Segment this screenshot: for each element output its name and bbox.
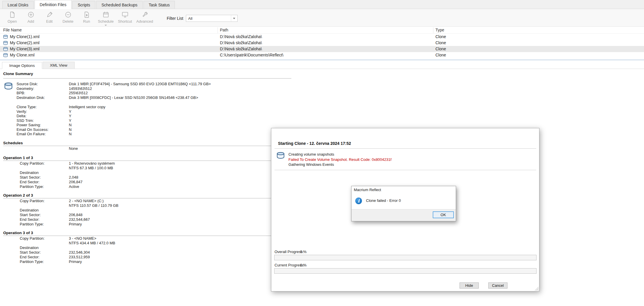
dropdown-arrow-icon[interactable] [231,15,237,22]
source-disk-icon [4,82,13,90]
run-icon [83,11,90,18]
column-header-type[interactable]: Type [435,28,444,32]
schedules-value: None [69,146,78,151]
tab-xml-view[interactable]: XML View [43,62,75,69]
table-row[interactable]: My Clone.xml C:\Users\patrik\Documents\R… [0,52,644,58]
tab-image-options[interactable]: Image Options [2,62,42,69]
field-label: Destination [20,245,69,250]
field-label [20,241,69,245]
column-divider [218,27,218,33]
log-line: Creating volume snapshots [288,152,392,157]
info-icon: i [355,198,362,204]
edit-button[interactable]: Edit [40,10,59,26]
field-value: NTFS 434.4 MB / 472.0 MB [69,241,115,245]
macrium-reflect-window: Local Disks Definition Files Scripts Sch… [0,0,644,306]
field-value: 232,544,667 [69,217,90,222]
operation-1-block: Copy Partition:1 - Rezervováno systémem … [20,161,115,189]
file-name: My Clone(1).xml [10,34,40,39]
field-label: Copy Partition: [20,236,69,241]
advanced-button[interactable]: Advanced [134,10,155,26]
overall-progress-row: Overall Progress: 0 % [275,250,391,254]
column-header-path[interactable]: Path [220,28,228,32]
resize-grip[interactable] [535,287,539,291]
field-value: 1 - Rezervováno systémem [69,161,115,166]
field-label: Destination [20,170,69,175]
disk-info-block: Source Disk:Disk 1 MBR [CF0F4794] - Sams… [17,82,211,100]
column-header-file-name[interactable]: File Name [3,28,22,32]
field-value: 2,048 [69,175,78,180]
shortcut-button[interactable]: Shortcut [116,10,134,26]
tab-scripts[interactable]: Scripts [72,1,95,9]
field-label: Copy Partition: [20,199,69,203]
delete-label: Delete [62,19,73,24]
tab-definition-files[interactable]: Definition Files [35,0,72,9]
section-divider [3,146,291,146]
messagebox-title[interactable]: Macrium Reflect [354,188,381,192]
dialog-divider [275,148,536,149]
field-label: Destination Disk: [17,95,69,100]
file-type: Clone [435,47,446,51]
section-divider [3,161,291,161]
cancel-button[interactable]: Cancel [488,282,507,289]
operation-1-title: Operation 1 of 3 [3,156,33,160]
delete-icon [64,11,72,18]
field-value: Disk 1 MBR [CF0F4794] - Samsung SSD 850 … [69,82,211,86]
hide-button[interactable]: Hide [460,282,479,289]
field-value: Intelligent sector copy [69,105,105,109]
run-button[interactable]: Run [77,10,96,26]
advanced-label: Advanced [136,19,153,24]
tab-local-disks[interactable]: Local Disks [2,1,34,9]
file-path: D:\Nová složka\Zaloha\ [220,40,262,45]
field-label: Email On Success: [17,127,69,132]
open-label: Open [8,19,17,24]
main-tab-bar: Local Disks Definition Files Scripts Sch… [0,0,644,9]
field-label: Start Sector: [20,213,69,217]
toolbar: Open Add Edit Delete Run Schedule Shortc… [0,9,644,27]
filter-list-dropdown[interactable]: All [186,15,238,22]
tab-task-status[interactable]: Task Status [143,1,175,9]
operation-2-block: Copy Partition:2 - <NO NAME> (C:) NTFS 1… [20,199,119,227]
ok-button[interactable]: OK [433,211,454,218]
file-path: C:\Users\patrik\Documents\Reflect\ [220,53,284,57]
file-name: My Clone(2).xml [10,40,40,45]
pane-splitter[interactable] [0,60,644,60]
schedule-label: Schedule [98,19,114,24]
table-row-selected[interactable]: My Clone(3).xml D:\Nová složka\Zaloha\ C… [0,46,644,52]
field-value: 3 - <NO NAME> [69,236,96,241]
field-value: 255\63\512 [69,91,88,95]
log-line: Gathering Windows Events [288,162,392,167]
file-path: D:\Nová složka\Zaloha\ [220,47,262,51]
clone-log: Creating volume snapshots Failed To Crea… [288,152,392,167]
field-label: Copy Partition: [20,161,69,166]
field-value: 206,847 [69,180,82,184]
field-value: N [69,123,71,127]
schedule-button[interactable]: Schedule [96,10,116,26]
clone-summary-title: Clone Summary [3,72,33,76]
dialog-title: Starting Clone - 12. června 2024 17:52 [278,141,351,146]
open-button[interactable]: Open [3,10,21,26]
field-label: Partition Type: [20,222,69,227]
field-label: Verify: [17,109,69,114]
field-label: Partition Type: [20,259,69,264]
current-progress-row: Current Progress: 0 % [275,263,391,267]
log-line-error: Failed To Create Volume Snapshot. Result… [288,157,392,162]
field-value: Primary [69,222,82,227]
file-name: My Clone(3).xml [10,47,40,51]
clone-task-disk-icon [277,152,285,159]
detail-tab-bar: Image Options XML View [0,62,644,69]
run-label: Run [83,19,90,24]
messagebox-message: Clone failed - Error 0 [366,198,401,203]
field-value: N [69,132,71,136]
field-value: Active [69,184,79,189]
table-row[interactable]: My Clone(1).xml D:\Nová složka\Zaloha\ C… [0,34,644,40]
field-label: Clone Type: [17,105,69,109]
add-button[interactable]: Add [21,10,40,26]
field-value: 233,512,959 [69,255,90,259]
delete-button[interactable]: Delete [59,10,77,26]
schedule-icon [102,11,110,18]
field-label: Start Sector: [20,250,69,255]
clone-definition-file-icon [3,41,8,45]
tab-scheduled-backups[interactable]: Scheduled Backups [96,1,143,9]
field-label: End Sector: [20,217,69,222]
table-row[interactable]: My Clone(2).xml D:\Nová složka\Zaloha\ C… [0,40,644,46]
